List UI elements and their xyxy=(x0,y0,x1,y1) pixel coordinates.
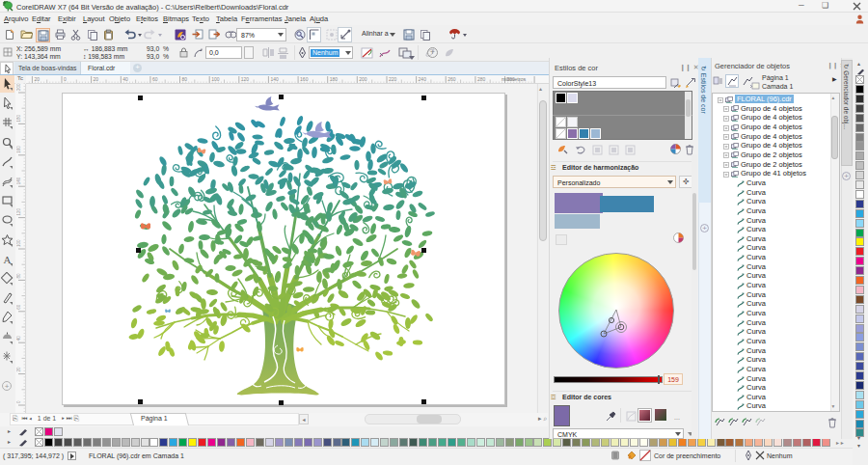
svg-text:120: 120 xyxy=(16,208,21,216)
svg-text:180: 180 xyxy=(330,76,339,82)
svg-text:280: 280 xyxy=(477,76,486,82)
svg-text:40: 40 xyxy=(16,336,21,342)
svg-text:80: 80 xyxy=(16,273,21,279)
svg-text:260: 260 xyxy=(448,76,456,82)
svg-text:60: 60 xyxy=(152,76,158,82)
svg-text:140: 140 xyxy=(16,177,21,184)
svg-text:180: 180 xyxy=(16,114,21,122)
svg-text:160: 160 xyxy=(300,76,309,82)
svg-text:60: 60 xyxy=(16,304,21,310)
svg-text:160: 160 xyxy=(16,146,21,153)
svg-text:20: 20 xyxy=(16,367,21,372)
svg-text:milímetros: milímetros xyxy=(502,76,527,82)
svg-text:0: 0 xyxy=(16,400,21,403)
svg-text:100: 100 xyxy=(211,76,220,82)
svg-text:120: 120 xyxy=(241,76,250,82)
svg-text:20: 20 xyxy=(34,76,40,82)
svg-text:0: 0 xyxy=(64,76,67,82)
svg-text:40: 40 xyxy=(122,76,128,82)
svg-text:140: 140 xyxy=(270,76,279,82)
svg-text:20: 20 xyxy=(94,76,99,82)
svg-text:80: 80 xyxy=(182,76,188,82)
svg-text:240: 240 xyxy=(419,76,427,82)
svg-text:220: 220 xyxy=(389,76,397,82)
svg-text:200: 200 xyxy=(359,76,367,82)
svg-text:100: 100 xyxy=(16,239,21,247)
svg-text:200: 200 xyxy=(16,83,21,91)
